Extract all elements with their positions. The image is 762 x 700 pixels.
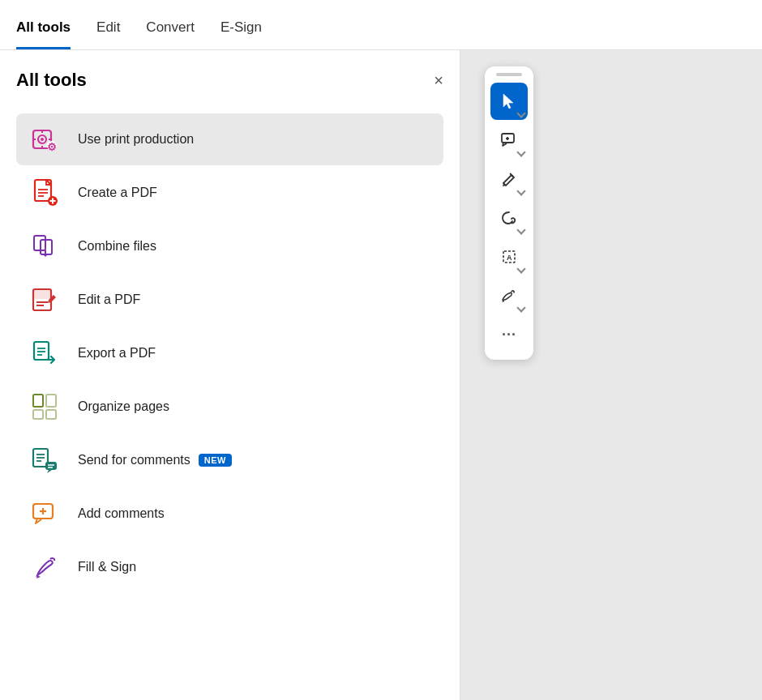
add-comments-icon (29, 497, 62, 530)
create-pdf-icon (29, 177, 62, 209)
export-pdf-icon (29, 337, 62, 369)
tool-item-combine-files[interactable]: Combine files (16, 220, 443, 272)
more-tools-dots: ··· (502, 327, 516, 344)
svg-rect-20 (33, 289, 51, 299)
left-panel: All tools × ⚙ Use pr (0, 50, 460, 700)
tool-label-add-comments: Add comments (78, 506, 165, 521)
svg-rect-30 (46, 410, 56, 419)
new-badge-send-comments: NEW (199, 454, 232, 467)
add-comment-tool-button[interactable] (490, 122, 528, 159)
svg-rect-23 (34, 342, 49, 360)
svg-text:A: A (507, 254, 512, 262)
nav-item-convert[interactable]: Convert (146, 19, 195, 49)
svg-rect-35 (45, 462, 57, 470)
svg-rect-29 (33, 410, 43, 419)
tool-item-edit-pdf[interactable]: Edit a PDF (16, 274, 443, 326)
svg-text:⚙: ⚙ (47, 141, 57, 153)
combine-files-icon (29, 230, 62, 262)
main-layout: All tools × ⚙ Use pr (0, 50, 762, 700)
close-button[interactable]: × (434, 72, 443, 88)
svg-point-2 (41, 138, 44, 141)
sign-tool-button[interactable] (490, 277, 528, 314)
edit-pdf-icon (29, 284, 62, 316)
send-comments-icon (29, 444, 62, 476)
tool-label-edit-pdf: Edit a PDF (78, 292, 140, 307)
tool-item-export-pdf[interactable]: Export a PDF (16, 327, 443, 379)
more-tools-button[interactable]: ··· (490, 316, 528, 353)
top-nav: All tools Edit Convert E-Sign (0, 0, 762, 50)
tool-label-fill-sign: Fill & Sign (78, 560, 136, 574)
fill-sign-icon (29, 551, 62, 583)
panel-title: All tools (16, 70, 87, 91)
tool-item-send-comments[interactable]: Send for comments NEW (16, 434, 443, 486)
text-select-tool-button[interactable]: A (490, 238, 528, 275)
lasso-tool-button[interactable] (490, 199, 528, 237)
tool-item-print-production[interactable]: ⚙ Use print production (16, 113, 443, 165)
tool-item-add-comments[interactable]: Add comments (16, 488, 443, 540)
floating-toolbar: A ··· (485, 66, 533, 360)
tool-label-export-pdf: Export a PDF (78, 346, 156, 361)
svg-rect-27 (33, 395, 43, 407)
tool-label-send-comments: Send for comments (78, 453, 190, 467)
tool-item-organize-pages[interactable]: Organize pages (16, 381, 443, 433)
tool-label-organize-pages: Organize pages (78, 399, 169, 414)
panel-header: All tools × (16, 70, 443, 91)
toolbar-handle (496, 73, 522, 76)
tool-item-create-pdf[interactable]: Create a PDF (16, 167, 443, 219)
print-production-icon: ⚙ (29, 123, 62, 156)
tool-label-print-production: Use print production (78, 132, 194, 147)
pen-tool-button[interactable] (490, 160, 528, 198)
right-panel: A ··· (460, 50, 762, 700)
nav-item-edit[interactable]: Edit (96, 19, 120, 49)
svg-rect-28 (46, 395, 56, 407)
nav-item-all-tools[interactable]: All tools (16, 19, 71, 49)
tool-item-fill-sign[interactable]: Fill & Sign (16, 541, 443, 593)
organize-pages-icon (29, 391, 62, 423)
tool-label-create-pdf: Create a PDF (78, 186, 157, 200)
cursor-tool-button[interactable] (490, 83, 528, 120)
tool-label-combine-files: Combine files (78, 239, 156, 254)
nav-item-esign[interactable]: E-Sign (220, 19, 262, 49)
